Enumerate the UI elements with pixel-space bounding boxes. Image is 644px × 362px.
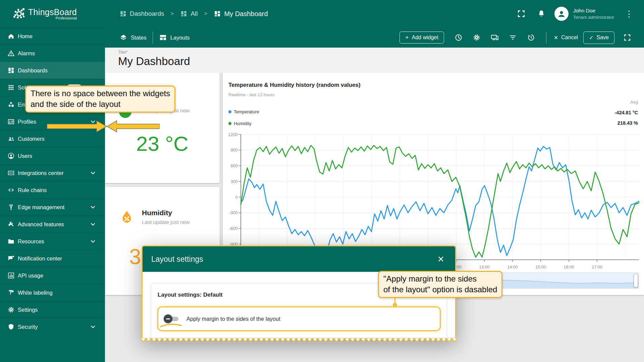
- apply-margin-toggle-row: Apply margin to the sides of the layout: [157, 306, 441, 331]
- users-icon: [7, 152, 15, 160]
- svg-text:17:00: 17:00: [592, 265, 602, 269]
- layouts-button[interactable]: Layouts: [159, 34, 190, 42]
- highlight-swoosh: [160, 323, 182, 328]
- close-icon: ✕: [554, 35, 558, 41]
- breadcrumb-all[interactable]: All: [180, 10, 198, 17]
- app-logo[interactable]: ThingsBoard Professional: [0, 0, 105, 27]
- profiles-icon: [7, 118, 15, 125]
- app-name: ThingsBoard: [28, 7, 77, 17]
- page-title[interactable]: My Dashboard: [118, 55, 644, 68]
- person-icon: [556, 9, 567, 19]
- check-icon: ✓: [589, 35, 593, 41]
- svg-text:15:00: 15:00: [535, 265, 546, 269]
- sidebar-item-label: Users: [18, 153, 32, 159]
- fullscreen-icon[interactable]: [517, 9, 526, 18]
- expand-fullscreen-icon[interactable]: [623, 34, 631, 42]
- callout-line: There is no space between the widgets: [31, 88, 170, 99]
- rule-chains-icon: [7, 186, 15, 194]
- sidebar-item-label: Edge management: [18, 204, 64, 210]
- humidity-value: 3: [129, 244, 141, 269]
- add-widget-button[interactable]: + Add widget: [399, 32, 444, 44]
- sidebar-item-settings[interactable]: Settings: [0, 301, 105, 318]
- advanced-features-icon: [7, 221, 15, 228]
- last-update-text: Last update just now: [142, 219, 190, 225]
- breadcrumb-dashboards[interactable]: Dashboards: [119, 10, 164, 17]
- sidebar-item-label: Integrations center: [18, 170, 64, 176]
- dialog-torn-edge: [141, 338, 457, 343]
- svg-text:900: 900: [230, 147, 238, 153]
- sidebar-item-resources[interactable]: Resources: [0, 233, 105, 250]
- dialog-title: Layout settings: [151, 255, 203, 264]
- cancel-label: Cancel: [561, 35, 578, 41]
- entities-icon: [7, 101, 15, 108]
- svg-text:-600: -600: [229, 226, 238, 231]
- more-menu-icon[interactable]: ⋮: [623, 10, 635, 18]
- breadcrumb-separator: >: [170, 10, 174, 17]
- sidebar-item-label: Home: [18, 33, 33, 40]
- sidebar-item-integrations-center[interactable]: Integrations center: [0, 164, 105, 181]
- states-label: States: [131, 35, 147, 41]
- svg-text:0: 0: [235, 195, 238, 200]
- chevron-down-icon: [89, 323, 97, 330]
- save-button[interactable]: ✓ Save: [583, 32, 614, 44]
- toggle-knob-off: [164, 314, 172, 323]
- sidebar-item-alarms[interactable]: Alarms: [0, 45, 105, 62]
- sidebar-item-home[interactable]: Home: [0, 27, 105, 45]
- states-icon: [119, 34, 127, 42]
- dashboard-settings-gear-icon[interactable]: [473, 34, 481, 42]
- white-labeling-icon: [7, 289, 15, 296]
- user-name: John Doe: [573, 8, 614, 14]
- callout-line: "Apply margin to the sides: [383, 274, 497, 284]
- humidity-drop-icon: [119, 207, 134, 227]
- chevron-down-icon: [89, 221, 97, 228]
- svg-text:-300: -300: [229, 210, 238, 215]
- breadcrumb-label: All: [191, 10, 198, 17]
- states-button[interactable]: States: [119, 34, 147, 42]
- sidebar-item-label: API usage: [18, 273, 43, 279]
- sidebar-item-label: Security: [18, 324, 38, 330]
- settings-icon: [7, 306, 15, 313]
- cancel-button[interactable]: ✕ Cancel: [554, 35, 578, 41]
- chevron-down-icon: [89, 169, 97, 177]
- sidebar-item-edge-management[interactable]: Edge management: [0, 198, 105, 216]
- version-history-icon[interactable]: [527, 34, 535, 42]
- layouts-label: Layouts: [170, 35, 190, 41]
- svg-text:13:00: 13:00: [479, 265, 489, 269]
- alarms-icon: [7, 50, 15, 57]
- plus-icon: +: [405, 35, 409, 40]
- filter-icon[interactable]: [509, 34, 517, 42]
- sidebar-item-label: Customers: [18, 136, 45, 142]
- sidebar-item-dashboards[interactable]: Dashboards: [0, 62, 105, 79]
- time-window-icon[interactable]: [454, 34, 463, 42]
- sidebar-item-label: Rule chains: [18, 187, 47, 193]
- app-edition: Professional: [28, 16, 77, 20]
- navigator-handle[interactable]: [634, 274, 638, 288]
- sidebar-item-security[interactable]: Security: [0, 318, 105, 335]
- breadcrumb-label: My Dashboard: [224, 10, 268, 18]
- sidebar-item-label: Alarms: [18, 50, 35, 57]
- notifications-bell-icon[interactable]: [537, 9, 546, 18]
- sidebar-item-white-labeling[interactable]: White labeling: [0, 284, 105, 301]
- apply-margin-toggle[interactable]: [164, 314, 180, 323]
- sidebar-item-api-usage[interactable]: API usage: [0, 267, 105, 284]
- callout-connector-dot: [393, 303, 397, 307]
- layouts-icon: [159, 34, 167, 42]
- sidebar-item-rule-chains[interactable]: Rule chains: [0, 181, 105, 198]
- sidebar-item-notification-center[interactable]: Notification center: [0, 250, 105, 267]
- breadcrumb-my-dashboard[interactable]: My Dashboard: [214, 10, 268, 18]
- manage-states-devices-icon[interactable]: [491, 34, 499, 42]
- edge-management-icon: [7, 203, 15, 211]
- sidebar-item-users[interactable]: Users: [0, 147, 105, 164]
- temperature-value: 23 °C: [105, 132, 220, 156]
- sidebar-item-label: Resources: [18, 238, 44, 245]
- sidebar-item-label: Profiles: [18, 119, 36, 125]
- sidebar-item-advanced-features[interactable]: Advanced features: [0, 216, 105, 233]
- title-field-label: Title*: [118, 50, 644, 55]
- sidebar-item-label: Dashboards: [18, 67, 48, 74]
- thingsboard-logo-icon: [11, 6, 27, 21]
- user-menu[interactable]: John Doe Tenant administrator: [573, 8, 614, 20]
- chevron-down-icon: [89, 203, 97, 211]
- avatar[interactable]: [554, 7, 569, 21]
- svg-text:300: 300: [230, 179, 238, 184]
- close-icon[interactable]: ✕: [435, 254, 446, 265]
